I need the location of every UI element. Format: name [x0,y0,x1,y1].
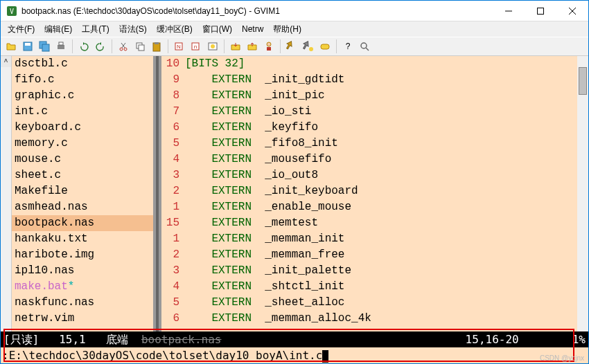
file-row[interactable]: dsctbl.c [12,56,153,72]
file-row[interactable]: graphic.c [12,88,153,104]
code-text: EXTERN _init_gdtidt [185,72,588,88]
status-readonly: [只读] [3,333,39,346]
file-row[interactable]: haribote.img [12,247,153,263]
menu-file[interactable]: 文件(F) [3,22,39,37]
code-row[interactable]: 1 EXTERN _memman_init [161,231,588,247]
make-icon[interactable] [284,39,299,54]
code-row[interactable]: 6 EXTERN _memman_alloc_4k [161,311,588,327]
menu-tools[interactable]: 工具(T) [78,22,113,37]
minimize-button[interactable] [493,1,525,21]
scrollbar-thumb[interactable] [579,67,587,95]
code-text: EXTERN _mousefifo [185,152,588,167]
code-row[interactable]: 5 EXTERN _sheet_alloc [161,295,588,311]
command-text: :E:\techdoc\30dayOS\code\tolset\day10_bo… [2,349,322,362]
ctags-icon[interactable] [317,39,333,54]
find-icon[interactable]: N [172,39,187,54]
copy-icon[interactable] [132,39,148,54]
paste-icon[interactable] [149,39,164,54]
code-text: EXTERN _keyfifo [185,120,588,136]
file-row[interactable]: sheet.c [12,167,153,183]
code-row[interactable]: 4 EXTERN _mousefifo [161,152,588,167]
code-row[interactable]: 3 EXTERN _init_palette [161,263,588,279]
svg-point-29 [361,43,367,48]
line-number: 5 [161,136,185,152]
open-icon[interactable] [3,39,19,54]
code-text: EXTERN _io_sti [185,104,588,120]
file-row[interactable]: make.bat* [12,279,153,295]
svg-line-30 [366,48,369,51]
vertical-split[interactable] [153,56,161,331]
file-row[interactable]: asmhead.nas [12,199,153,215]
saveall-icon[interactable] [37,39,52,54]
maximize-button[interactable] [525,1,556,21]
code-row[interactable]: 8 EXTERN _init_pic [161,88,588,104]
menu-syntax[interactable]: 语法(S) [115,22,151,37]
code-row[interactable]: 4 EXTERN _shtctl_init [161,279,588,295]
file-list-pane[interactable]: dsctbl.cfifo.cgraphic.cint.ckeyboard.cme… [12,56,153,331]
line-number: 1 [161,199,185,215]
code-text: EXTERN _init_palette [185,263,588,279]
command-line[interactable]: :E:\techdoc\30dayOS\code\tolset\day10_bo… [1,347,588,364]
menu-bar: 文件(F) 编辑(E) 工具(T) 语法(S) 缓冲区(B) 窗口(W) Net… [1,21,588,37]
redo-icon[interactable] [93,39,108,54]
shell-icon[interactable] [301,39,316,54]
code-row[interactable]: 6 EXTERN _keyfifo [161,120,588,136]
menu-netrw[interactable]: Netrw [238,23,267,35]
save-icon[interactable] [20,39,35,54]
svg-rect-19 [155,42,159,44]
code-text: EXTERN _memman_free [185,247,588,263]
file-row[interactable]: keyboard.c [12,120,153,136]
undo-icon[interactable] [76,39,91,54]
print-icon[interactable] [53,39,69,54]
file-row[interactable]: hankaku.txt [12,231,153,247]
separator [280,39,281,53]
left-scrollbar[interactable]: ^ [1,56,12,331]
replace-icon[interactable] [205,39,220,54]
close-button[interactable] [556,1,588,21]
session-load-icon[interactable] [228,39,243,54]
status-cursor-pos: 15,16-20 [466,333,519,346]
right-scrollbar[interactable] [577,56,588,331]
code-pane[interactable]: 10[BITS 32]9 EXTERN _init_gdtidt8 EXTERN… [161,56,588,331]
file-row[interactable]: fifo.c [12,72,153,88]
code-row[interactable]: 2 EXTERN _init_keyboard [161,183,588,199]
file-row[interactable]: ipl10.nas [12,263,153,279]
search-help-icon[interactable] [357,39,372,54]
toolbar: N n ? [1,37,588,56]
menu-edit[interactable]: 编辑(E) [40,22,76,37]
svg-point-25 [211,44,215,48]
run-script-icon[interactable] [261,39,276,54]
scroll-up-icon[interactable]: ^ [1,56,11,67]
app-icon: V [6,6,17,17]
menu-help[interactable]: 帮助(H) [269,22,306,37]
help-icon[interactable]: ? [340,39,355,54]
code-row[interactable]: 3 EXTERN _io_out8 [161,167,588,183]
file-row[interactable]: netrw.vim [12,311,153,327]
code-row[interactable]: 7 EXTERN _io_sti [161,104,588,120]
menu-buffers[interactable]: 缓冲区(B) [152,22,197,37]
menu-window[interactable]: 窗口(W) [198,22,236,37]
findnext-icon[interactable]: n [188,39,204,54]
line-number: 8 [161,88,185,104]
code-row[interactable]: 2 EXTERN _memman_free [161,247,588,263]
file-row[interactable]: memory.c [12,136,153,152]
file-row[interactable]: Makefile [12,183,153,199]
code-row[interactable]: 15 EXTERN _memtest [161,215,588,231]
code-row[interactable]: 5 EXTERN _fifo8_init [161,136,588,152]
session-save-icon[interactable] [245,39,260,54]
line-number: 3 [161,263,185,279]
svg-rect-10 [58,45,64,49]
file-row[interactable]: naskfunc.nas [12,295,153,311]
code-text: EXTERN _shtctl_init [185,279,588,295]
cut-icon[interactable] [116,39,131,54]
code-row[interactable]: 1 EXTERN _enable_mouse [161,199,588,215]
file-row[interactable]: mouse.c [12,152,153,167]
svg-rect-11 [59,42,63,45]
code-row[interactable]: 10[BITS 32] [161,56,588,72]
file-row[interactable]: int.c [12,104,153,120]
line-number: 5 [161,295,185,311]
watermark: CSDN @ycjnx [540,354,584,362]
file-row[interactable]: bootpack.nas [12,215,153,231]
code-text: [BITS 32] [185,56,588,72]
code-row[interactable]: 9 EXTERN _init_gdtidt [161,72,588,88]
